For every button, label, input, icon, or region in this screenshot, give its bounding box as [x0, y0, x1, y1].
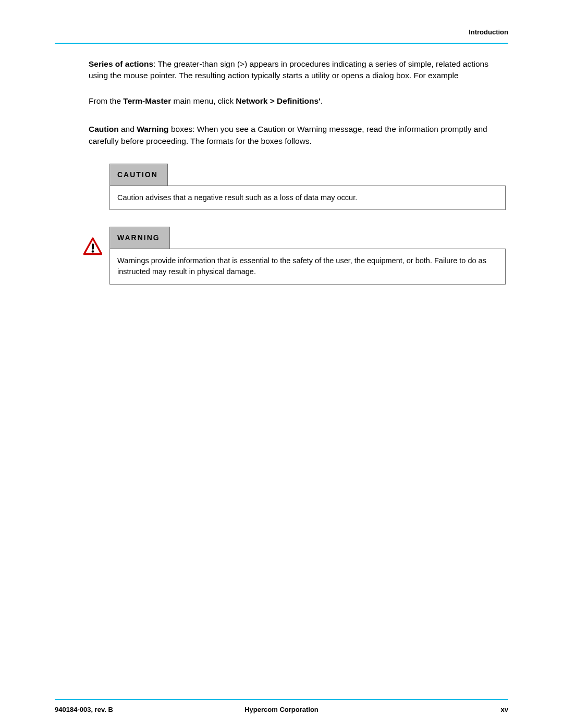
caution-bold: Caution: [89, 125, 119, 133]
series-of-actions-paragraph: Series of actions: The greater-than sign…: [89, 58, 506, 82]
warning-box-title: WARNING: [109, 227, 170, 249]
example-suffix: .: [321, 96, 323, 105]
warning-box-body: Warnings provide information that is ess…: [109, 249, 506, 285]
footer-doc-id: 940184-003, rev. B: [55, 706, 113, 713]
example-prefix: From the: [89, 96, 123, 105]
content: Series of actions: The greater-than sign…: [55, 58, 508, 301]
footer-rule: [55, 699, 508, 700]
warning-box-row: WARNING Warnings provide information tha…: [83, 227, 506, 301]
svg-rect-1: [92, 244, 94, 250]
header-rule: [55, 43, 508, 44]
warning-triangle-icon: [83, 237, 102, 256]
example-mid: main menu, click: [171, 96, 236, 105]
caution-box: CAUTION Caution advises that a negative …: [109, 164, 506, 210]
warning-box: WARNING Warnings provide information tha…: [109, 227, 506, 285]
warning-bold: Warning: [137, 125, 168, 133]
section-title: Introduction: [469, 28, 508, 36]
page-header: Introduction: [55, 27, 508, 43]
svg-point-2: [92, 251, 94, 253]
example-termmaster: Term-Master: [123, 96, 171, 105]
caution-box-title: CAUTION: [109, 164, 168, 186]
caution-box-body: Caution advises that a negative result s…: [109, 186, 506, 211]
footer-company: Hypercom Corporation: [55, 706, 508, 713]
footer-page-number: xv: [501, 706, 508, 713]
caution-and: and: [119, 125, 137, 133]
page-footer: 940184-003, rev. B Hypercom Corporation …: [55, 706, 508, 713]
example-paragraph: From the Term-Master main menu, click Ne…: [89, 95, 506, 107]
example-menu-path: Network > Definitions': [236, 96, 321, 105]
page: Introduction Series of actions: The grea…: [0, 0, 563, 728]
series-label: Series of actions: [89, 59, 153, 68]
caution-warning-paragraph: Caution and Warning boxes: When you see …: [89, 124, 506, 147]
